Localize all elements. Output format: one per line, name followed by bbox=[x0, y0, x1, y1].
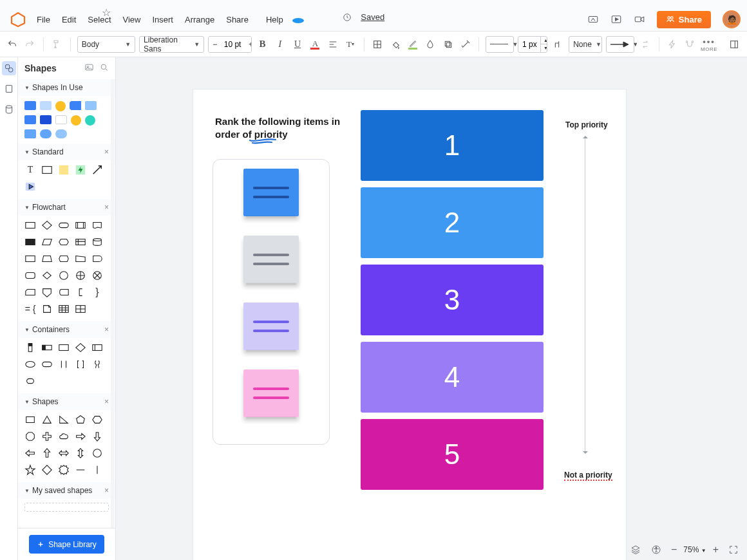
line-style-select[interactable]: ▼ bbox=[486, 36, 514, 53]
shape-bs-arrowD[interactable] bbox=[91, 431, 103, 442]
inuse-swatch[interactable] bbox=[85, 101, 97, 110]
shape-brace[interactable]: } bbox=[91, 286, 103, 298]
inuse-swatch[interactable] bbox=[55, 115, 67, 124]
rail-shapes-tab[interactable] bbox=[2, 61, 16, 75]
section-shapes-in-use[interactable]: ▼Shapes In Use bbox=[18, 79, 115, 96]
fill-bucket-button[interactable] bbox=[388, 37, 402, 52]
shape-equal[interactable]: = { bbox=[24, 303, 36, 315]
shape-bs-arrowR[interactable] bbox=[75, 431, 86, 442]
line-width-down[interactable]: ▼ bbox=[541, 44, 547, 52]
rank-slot-2[interactable]: 2 bbox=[361, 187, 544, 258]
shape-process-b[interactable] bbox=[24, 236, 36, 248]
close-icon[interactable]: × bbox=[104, 325, 109, 334]
sticky-note-4[interactable] bbox=[243, 369, 299, 417]
shape-bs-cloud[interactable] bbox=[58, 431, 70, 442]
shape-bs-line[interactable] bbox=[75, 464, 86, 476]
shape-connector[interactable] bbox=[58, 270, 70, 281]
shape-grid[interactable] bbox=[75, 303, 86, 315]
menu-help[interactable]: Help bbox=[254, 12, 310, 27]
zoom-out-button[interactable]: − bbox=[671, 544, 677, 555]
shape-bolt[interactable] bbox=[75, 164, 86, 176]
shape-cont-2[interactable] bbox=[41, 342, 53, 353]
shape-bs-rtri[interactable] bbox=[58, 414, 70, 425]
shape-cont-11[interactable] bbox=[24, 375, 36, 387]
shape-bs-oct[interactable] bbox=[24, 431, 36, 442]
shape-cont-8[interactable] bbox=[58, 359, 70, 370]
inuse-swatch[interactable] bbox=[40, 115, 52, 124]
sticky-note-1[interactable] bbox=[243, 169, 299, 216]
line-width-stepper[interactable]: ▲▼ bbox=[518, 36, 547, 53]
shape-terminator[interactable] bbox=[58, 219, 70, 231]
shape-play[interactable] bbox=[24, 181, 36, 192]
bold-button[interactable]: B bbox=[256, 37, 269, 52]
shape-database[interactable] bbox=[91, 236, 103, 248]
shape-bs-arrowL[interactable] bbox=[24, 447, 36, 459]
shape-bs-vline[interactable] bbox=[91, 464, 103, 476]
inuse-swatch[interactable] bbox=[70, 101, 81, 110]
panel-toggle-button[interactable] bbox=[726, 37, 742, 52]
shape-card[interactable] bbox=[24, 286, 36, 298]
line-width-input[interactable] bbox=[518, 39, 540, 50]
share-button[interactable]: Share bbox=[657, 11, 711, 28]
text-color-button[interactable]: A bbox=[308, 37, 322, 52]
inuse-swatch[interactable] bbox=[55, 129, 67, 138]
undo-button[interactable] bbox=[5, 37, 19, 52]
menu-insert[interactable]: Insert bbox=[146, 12, 179, 27]
shape-rounded[interactable] bbox=[24, 270, 36, 281]
keyboard-shortcuts-icon[interactable] bbox=[587, 14, 599, 25]
shape-cont-7[interactable] bbox=[41, 359, 53, 370]
shape-internal[interactable] bbox=[75, 236, 86, 248]
rank-slot-3[interactable]: 3 bbox=[361, 265, 544, 335]
shape-bs-arrowUD[interactable] bbox=[75, 447, 86, 459]
rail-data-tab[interactable] bbox=[2, 102, 16, 117]
shape-bs-arrowLR[interactable] bbox=[58, 447, 70, 459]
action-lightning-button[interactable] bbox=[665, 37, 679, 52]
inuse-swatch[interactable] bbox=[24, 115, 36, 124]
user-avatar[interactable]: 🙍🏾 bbox=[723, 10, 741, 28]
menu-share[interactable]: Share bbox=[220, 12, 254, 27]
shape-or[interactable] bbox=[91, 270, 103, 281]
shape-loop[interactable] bbox=[58, 253, 70, 265]
format-painter-button[interactable] bbox=[50, 37, 64, 52]
close-icon[interactable]: × bbox=[104, 397, 109, 406]
canvas-page[interactable]: Rank the following items in order of pri… bbox=[193, 89, 626, 560]
inuse-swatch[interactable] bbox=[85, 115, 95, 126]
rail-page-tab[interactable] bbox=[2, 82, 16, 96]
axis-bottom-label[interactable]: Not a priority bbox=[564, 471, 612, 480]
shape-bs-circle[interactable] bbox=[91, 447, 103, 459]
inuse-swatch[interactable] bbox=[55, 101, 66, 111]
section-flowchart[interactable]: ▼Flowchart× bbox=[18, 199, 115, 216]
section-standard[interactable]: ▼Standard× bbox=[18, 144, 115, 160]
shape-cont-5[interactable] bbox=[91, 342, 103, 353]
shape-decision[interactable] bbox=[41, 219, 53, 231]
shape-arrow[interactable] bbox=[91, 164, 103, 176]
inuse-swatch[interactable] bbox=[40, 101, 52, 110]
shape-cont-3[interactable] bbox=[58, 342, 70, 353]
opacity-button[interactable] bbox=[424, 37, 437, 52]
line-start-select[interactable]: None▼ bbox=[569, 36, 602, 53]
shape-rect[interactable] bbox=[41, 164, 53, 176]
font-size-input[interactable] bbox=[220, 39, 245, 50]
shape-process[interactable] bbox=[24, 219, 36, 231]
section-my-saved[interactable]: ▼My saved shapes× bbox=[18, 482, 115, 499]
shape-bs-tri[interactable] bbox=[41, 414, 53, 425]
shape-text[interactable]: T bbox=[24, 164, 36, 176]
shape-cont-10[interactable] bbox=[91, 359, 103, 370]
shape-annotate[interactable] bbox=[75, 286, 86, 298]
font-size-decrease[interactable]: − bbox=[209, 37, 220, 52]
shape-predef[interactable] bbox=[75, 219, 86, 231]
shape-sum[interactable] bbox=[75, 270, 86, 281]
menu-arrange[interactable]: Arrange bbox=[179, 12, 220, 27]
canvas-area[interactable]: Rank the following items in order of pri… bbox=[116, 57, 747, 560]
swap-ends-button[interactable] bbox=[638, 37, 652, 52]
font-size-stepper[interactable]: − + bbox=[208, 36, 252, 53]
binoculars-icon[interactable] bbox=[316, 15, 328, 27]
line-width-up[interactable]: ▲ bbox=[541, 37, 547, 44]
shape-delay[interactable] bbox=[91, 253, 103, 265]
redo-button[interactable] bbox=[23, 37, 36, 52]
menu-select[interactable]: Select bbox=[82, 12, 117, 27]
line-routing-button[interactable] bbox=[551, 37, 565, 52]
rank-slot-1[interactable]: 1 bbox=[361, 110, 544, 181]
fill-grid-button[interactable] bbox=[371, 37, 384, 52]
shape-stored[interactable] bbox=[58, 286, 70, 298]
